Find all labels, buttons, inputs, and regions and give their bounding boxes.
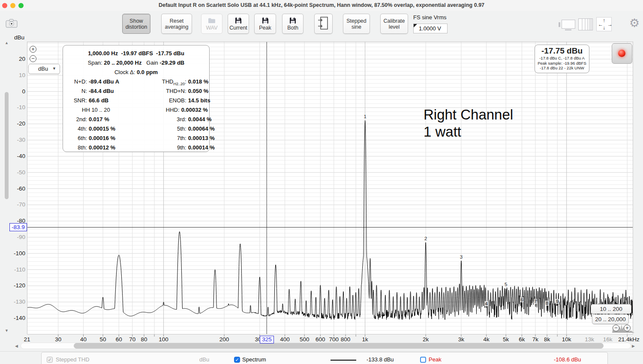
scroll-down-arrow[interactable]: ▼ — [5, 328, 9, 333]
save-peak-button[interactable]: Peak — [254, 14, 276, 34]
x-axis-tick: 8k — [544, 336, 550, 343]
x-axis-tick: 1k — [362, 336, 368, 343]
spectrum-checkbox[interactable]: ✓ — [234, 357, 240, 363]
peak-hold-value: -108.6 dBu — [554, 356, 581, 363]
stats-row: 8th:0.00012 % 9th:0.00014 % — [63, 143, 209, 152]
save-wav-label: WAV — [206, 25, 217, 31]
peak-checkbox[interactable]: ✓ — [420, 357, 426, 363]
x-axis-tick: 700 — [329, 336, 339, 343]
harmonic-marker-4: 4 — [484, 301, 488, 306]
x-axis-tick: 100 — [159, 336, 168, 343]
floppy-icon — [235, 17, 242, 24]
harmonic-marker-5: 5 — [504, 282, 508, 287]
y-axis-tick: 10 — [0, 72, 25, 78]
x-axis-tick: 30 — [55, 336, 61, 343]
peak-hold-label: Peak — [429, 356, 442, 363]
x-axis-tick: 6k — [519, 336, 525, 343]
gear-icon[interactable]: ⚙ — [629, 16, 640, 30]
scroll-up-arrow[interactable]: ▲ — [5, 41, 9, 45]
floppy-icon — [262, 17, 269, 24]
zoom-out-x-button[interactable]: − — [613, 325, 619, 331]
zoom-in-y-button[interactable]: + — [30, 46, 36, 53]
x-axis-tick: 60 — [116, 336, 122, 343]
y-axis-tick: -30 — [0, 137, 25, 143]
stepped-thd-label: Stepped THD — [56, 356, 90, 363]
field-marker-icon — [414, 24, 417, 27]
scroll-right-arrow[interactable]: ▶ — [632, 344, 635, 348]
calibrate-level-button[interactable]: Calibrate level — [380, 14, 408, 34]
y-axis-tick: 0 — [0, 88, 25, 95]
minus-icon: − — [31, 55, 35, 62]
x-axis-tick: 800 — [341, 336, 351, 343]
harmonic-marker-8: 8 — [545, 301, 549, 306]
x-axis-tick: 5k — [503, 336, 509, 343]
y-axis-tick: -20 — [0, 120, 25, 127]
save-both-button[interactable]: Both — [282, 14, 303, 34]
minus-icon: − — [614, 325, 618, 331]
y-cursor-readout: -83.9 — [9, 223, 27, 231]
y-axis-unit-label: dBu — [14, 34, 24, 41]
save-current-button[interactable]: Current — [228, 14, 249, 34]
screenshot-button[interactable] — [6, 18, 18, 30]
level-readout-value: -17.75 dBu — [535, 46, 589, 56]
stats-row: N:-84.4 dBu THD+N:0.050 % — [63, 87, 209, 96]
x-axis-tick: 600 — [315, 336, 325, 343]
x-axis-tick: 7k — [532, 336, 538, 343]
fs-sine-vrms-label: FS sine Vrms — [413, 14, 447, 21]
calibrate-level-label: Calibrate level — [382, 18, 407, 30]
y-axis-tick: -100 — [0, 250, 25, 257]
status-unit-label: dBu — [199, 356, 209, 363]
measurement-headline: 1,000.00 Hz -19.97 dBFS -17.75 dBu — [63, 49, 209, 58]
zoom-out-y-button[interactable]: − — [30, 55, 36, 62]
stats-row: 6th:0.00016 % 7th:0.00013 % — [63, 134, 209, 143]
record-led-icon — [618, 50, 625, 57]
scroll-left-arrow[interactable]: ◀ — [15, 344, 18, 348]
stats-row: N+D:-89.4 dBu A THDH2..20:0.018 % — [63, 77, 209, 87]
save-current-label: Current — [229, 25, 247, 31]
x-axis-tick: 21 — [24, 336, 30, 343]
clock-row: Clock Δ: 0.0 ppm — [63, 68, 209, 77]
show-distortion-label: Show distortion — [123, 18, 149, 30]
x-axis-tick: 500 — [300, 336, 309, 343]
save-wav-button[interactable]: WAV — [201, 14, 222, 34]
show-distortion-button[interactable]: Show distortion — [122, 14, 150, 34]
unit-dropdown[interactable]: dBu ▼ — [28, 64, 60, 74]
reset-averaging-label: Reset averaging — [162, 18, 191, 30]
stepped-sine-button[interactable]: Stepped sine — [343, 14, 370, 34]
y-axis-tick: -140 — [0, 315, 25, 321]
horizontal-scrollbar-thumb[interactable] — [74, 343, 604, 349]
chevron-down-icon: ▼ — [52, 66, 56, 71]
x-axis-tick: 4k — [483, 336, 489, 343]
fs-sine-vrms-input[interactable]: 1.0000 V — [413, 24, 448, 33]
status-bar: ✓ Stepped THD dBu ✓ Spectrum -133.8 dBu … — [41, 352, 608, 364]
y-axis-tick: -60 — [0, 185, 25, 192]
harmonic-marker-6: 6 — [520, 297, 523, 302]
reset-averaging-button[interactable]: Reset averaging — [161, 14, 192, 34]
stats-row: 2nd:0.017 % 3rd:0.0044 % — [63, 115, 209, 124]
record-button[interactable] — [612, 43, 632, 64]
y-axis-tick: 20 — [0, 56, 25, 62]
title-bar: Default Input R on Scarlett Solo USB at … — [0, 0, 643, 11]
y-axis-tick: -70 — [0, 201, 25, 208]
level-readout-detail: -17.8 dBu C, -17.8 dBu A — [535, 56, 589, 61]
spectrum-label: Spectrum — [242, 356, 266, 363]
plus-icon: + — [625, 325, 629, 331]
stepped-thd-checkbox[interactable]: ✓ — [47, 357, 53, 363]
zoom-in-x-button[interactable]: + — [624, 325, 631, 331]
display-layout-icon[interactable] — [559, 20, 576, 33]
y-axis-tick: -50 — [0, 169, 25, 176]
save-peak-label: Peak — [259, 25, 271, 31]
stats-row: 4th:0.00015 % 5th:0.00064 % — [63, 124, 209, 134]
x-axis-tick: 50 — [100, 336, 106, 343]
log-grid-icon[interactable] — [578, 18, 593, 32]
unit-dropdown-value: dBu — [38, 66, 48, 72]
x-axis-tick: 400 — [280, 336, 290, 343]
pan-arrows-icon[interactable]: ↑ ↓ ← → — [596, 17, 612, 31]
folder-icon — [208, 17, 216, 24]
harmonic-marker-9: 9 — [556, 299, 559, 304]
spectrum-value: -133.8 dBu — [367, 356, 394, 363]
range-10-200-button[interactable]: 10 .. 200 — [591, 304, 631, 314]
harmonic-marker-7: 7 — [534, 299, 537, 304]
loopback-button[interactable] — [314, 14, 333, 34]
x-axis-tick: 2k — [423, 336, 429, 343]
